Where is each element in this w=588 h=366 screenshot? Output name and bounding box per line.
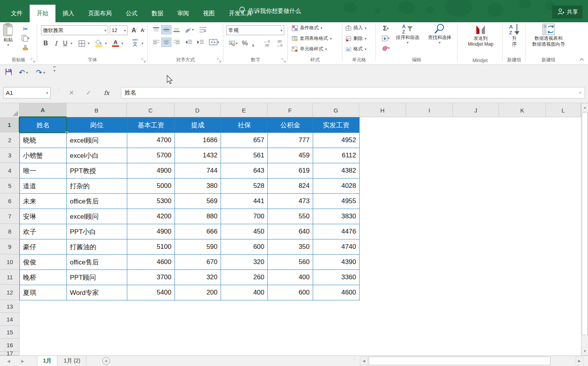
fill-color-button[interactable] [94, 38, 103, 48]
cell[interactable]: 欢子 [20, 224, 67, 239]
row-header-1[interactable]: 1 [0, 117, 20, 132]
cell[interactable]: 600 [221, 239, 268, 255]
cell[interactable]: 5400 [127, 285, 175, 300]
column-header-L[interactable]: L [546, 103, 581, 117]
decrease-indent-button[interactable] [184, 38, 194, 46]
cut-button[interactable]: ✂ [20, 25, 30, 33]
row-header-7[interactable]: 7 [0, 209, 20, 224]
cell[interactable]: 643 [221, 163, 268, 179]
column-header-E[interactable]: E [221, 103, 267, 117]
pivot-wizard-button[interactable]: 数据透视表和 数据透视图向导 [529, 23, 568, 47]
cell[interactable]: 3360 [313, 270, 360, 285]
alignment-dialog-launcher[interactable] [217, 58, 222, 63]
sort-ascending-button[interactable]: A Z 升 序 [506, 23, 522, 47]
tab-home[interactable]: 开始 [30, 5, 55, 22]
font-dialog-launcher[interactable] [141, 58, 146, 63]
sheet-tab-2[interactable]: 1月 (2) [58, 356, 86, 366]
collapse-ribbon-button[interactable] [578, 55, 586, 63]
cell[interactable]: 唯一 [20, 163, 67, 179]
cell[interactable]: 590 [175, 239, 221, 255]
cell[interactable]: 400 [221, 285, 268, 300]
orientation-button[interactable]: ab▾ [184, 25, 195, 34]
cell[interactable]: 4200 [127, 209, 175, 224]
cell[interactable]: 619 [268, 163, 313, 179]
cell[interactable]: 打杂的 [67, 179, 127, 194]
cell[interactable]: 560 [268, 255, 313, 270]
cell[interactable]: 824 [268, 179, 313, 194]
tab-formulas[interactable]: 公式 [119, 5, 144, 22]
cell[interactable]: office售后 [67, 255, 127, 270]
sheet-nav-right-arrow[interactable]: ▶ [17, 356, 28, 366]
cell[interactable]: 473 [268, 194, 313, 209]
cell[interactable]: 4700 [127, 133, 175, 148]
formula-input[interactable]: 姓名 ˅ [121, 87, 585, 98]
row-header-3[interactable]: 3 [0, 148, 20, 163]
cell[interactable]: 550 [268, 209, 313, 224]
cell[interactable]: 777 [268, 133, 313, 148]
row-header-2[interactable]: 2 [0, 132, 20, 148]
cell[interactable]: 600 [268, 285, 313, 300]
scroll-up-arrow[interactable]: ▲ [581, 103, 588, 112]
qat-customize-button[interactable]: ▔▾ [53, 68, 56, 72]
phonetic-guide-button[interactable]: wén 文 [130, 37, 140, 48]
increase-indent-button[interactable] [195, 38, 205, 46]
cell[interactable]: 4028 [313, 179, 360, 194]
cell[interactable]: excel顾问 [67, 133, 127, 148]
insert-cells-button[interactable]: 插入▾ [346, 25, 367, 31]
cell[interactable]: 未来 [20, 194, 67, 209]
column-header-I[interactable]: I [406, 103, 453, 117]
percent-button[interactable]: % [241, 39, 249, 48]
cell[interactable]: 657 [221, 133, 268, 148]
cell[interactable]: excel顾问 [67, 209, 127, 224]
cell[interactable]: 晓晓 [20, 133, 67, 148]
cell[interactable]: 744 [175, 163, 221, 179]
formula-bar-expand-arrow[interactable]: ˅ [579, 91, 581, 95]
worksheet-grid[interactable]: ABCDEFGHIJKL 1234567891011121314151617 姓… [0, 103, 581, 355]
column-header-J[interactable]: J [453, 103, 499, 117]
header-cell[interactable]: 提成 [175, 118, 221, 133]
row-header-8[interactable]: 8 [0, 224, 20, 239]
cell[interactable]: 4952 [313, 133, 360, 148]
cell[interactable]: 4955 [313, 194, 360, 209]
cell[interactable]: 666 [175, 224, 221, 239]
row-header-11[interactable]: 11 [0, 270, 20, 285]
new-sheet-button[interactable]: + [102, 357, 110, 365]
cell[interactable]: 俊俊 [20, 255, 67, 270]
redo-button[interactable]: ↷▾ [36, 68, 45, 77]
row-header-15[interactable]: 15 [0, 326, 20, 339]
cell[interactable]: 夏琪 [20, 285, 67, 300]
cell[interactable]: 4600 [313, 285, 360, 300]
center-button[interactable] [162, 38, 171, 46]
number-dialog-launcher[interactable] [282, 58, 286, 63]
header-cell[interactable]: 社保 [221, 118, 268, 133]
column-header-D[interactable]: D [175, 103, 221, 117]
undo-button[interactable]: ↶▾ [19, 68, 28, 77]
top-align-button[interactable] [151, 25, 161, 34]
font-color-dropdown-arrow[interactable]: ▾ [120, 39, 125, 48]
tab-view[interactable]: 视图 [196, 5, 222, 22]
scroll-down-arrow[interactable]: ▼ [581, 347, 588, 355]
cell[interactable]: 320 [221, 255, 268, 270]
select-all-corner[interactable] [0, 103, 20, 117]
cell[interactable]: 1432 [175, 148, 221, 163]
cell[interactable]: 4600 [127, 255, 175, 270]
cell[interactable]: 640 [268, 224, 313, 239]
cell[interactable]: PPT教授 [67, 163, 127, 179]
row-header-14[interactable]: 14 [0, 313, 20, 326]
header-cell[interactable]: 公积金 [268, 118, 313, 133]
align-left-button[interactable] [151, 38, 161, 46]
tab-review[interactable]: 审阅 [170, 5, 196, 22]
decrease-font-button[interactable]: Aˇ [139, 25, 147, 35]
header-cell[interactable]: 基本工资 [127, 118, 175, 133]
paste-button[interactable]: 粘贴 ▾ [2, 23, 14, 47]
column-header-G[interactable]: G [313, 103, 359, 117]
row-header-12[interactable]: 12 [0, 285, 20, 300]
sheet-tab-1[interactable]: 1月 [37, 356, 57, 366]
wrap-text-button[interactable] [198, 25, 208, 35]
row-header-13[interactable]: 13 [0, 300, 20, 313]
currency-button[interactable]: $▾ [227, 39, 239, 48]
fill-button[interactable]: ▾ [379, 34, 393, 43]
cell[interactable]: 569 [175, 194, 221, 209]
cell[interactable]: 441 [221, 194, 268, 209]
cell[interactable]: 5000 [127, 179, 175, 194]
